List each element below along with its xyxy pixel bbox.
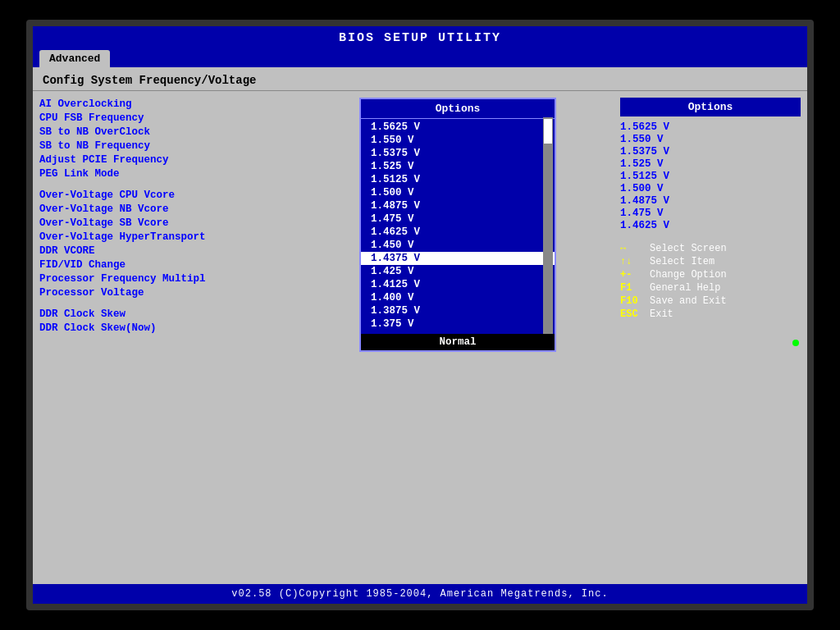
opt-val-1: 1.5625 V (620, 121, 801, 133)
key-esc: ESC (620, 308, 645, 320)
keybind-general-help: F1 General Help (620, 282, 801, 294)
opt-val-8: 1.475 V (620, 208, 801, 219)
dropdown-item-11-selected[interactable]: 1.4375 V (361, 252, 555, 265)
dropdown-item-8[interactable]: 1.475 V (361, 212, 555, 226)
keybind-save-exit: F10 Save and Exit (620, 295, 801, 307)
keybind-select-screen: ↔ Select Screen (620, 243, 801, 254)
dropdown-item-6[interactable]: 1.500 V (361, 186, 555, 199)
keybind-section: ↔ Select Screen ↑↓ Select Item +- Change… (620, 243, 801, 320)
dropdown-item-13[interactable]: 1.4125 V (361, 278, 555, 291)
opt-val-4: 1.525 V (620, 158, 801, 170)
options-panel-header: Options (620, 98, 801, 116)
options-values-list: 1.5625 V 1.550 V 1.5375 V 1.525 V 1.5125… (620, 121, 801, 231)
dropdown-item-7[interactable]: 1.4875 V (361, 199, 555, 212)
section-header: Config System Frequency/Voltage (33, 67, 807, 91)
dropdown-item-15[interactable]: 1.3875 V (361, 304, 555, 317)
dropdown-title: Options (361, 99, 555, 119)
key-desc-select-item: Select Item (650, 256, 714, 267)
dropdown-item-3[interactable]: 1.5375 V (361, 147, 555, 160)
opt-val-6: 1.500 V (620, 183, 801, 194)
dropdown-item-4[interactable]: 1.525 V (361, 160, 555, 173)
dropdown-overlay: Options 1.5625 V 1.550 V 1.5375 V 1.525 … (359, 98, 556, 352)
dropdown-item-12[interactable]: 1.425 V (361, 265, 555, 278)
main-content: Config System Frequency/Voltage AI Overc… (33, 67, 807, 584)
dropdown-item-10[interactable]: 1.450 V (361, 239, 555, 252)
keybind-select-item: ↑↓ Select Item (620, 256, 801, 267)
key-desc-general-help: General Help (650, 282, 720, 294)
dropdown-item-2[interactable]: 1.550 V (361, 134, 555, 147)
key-plus-minus: +- (620, 269, 645, 281)
dropdown-current-value: Normal (361, 334, 555, 350)
dropdown-item-5[interactable]: 1.5125 V (361, 173, 555, 186)
key-f10: F10 (620, 295, 645, 307)
advanced-tab[interactable]: Advanced (39, 50, 110, 67)
green-indicator-dot (792, 340, 799, 346)
opt-val-9: 1.4625 V (620, 220, 801, 231)
left-panel: AI Overclocking CPU FSB Frequency SB to … (39, 98, 614, 581)
footer-text: v02.58 (C)Copyright 1985-2004, American … (231, 588, 608, 600)
monitor: BIOS SETUP UTILITY Advanced Config Syste… (26, 20, 814, 610)
key-desc-esc-exit: Exit (650, 308, 673, 320)
key-desc-select-screen: Select Screen (650, 243, 727, 254)
scrollbar[interactable] (543, 117, 553, 334)
dropdown-item-1[interactable]: 1.5625 V (361, 121, 555, 134)
key-arrows-ud: ↑↓ (620, 256, 645, 267)
keybind-change-option: +- Change Option (620, 269, 801, 281)
content-area: AI Overclocking CPU FSB Frequency SB to … (33, 94, 807, 584)
dropdown-item-9[interactable]: 1.4625 V (361, 226, 555, 239)
title-bar: BIOS SETUP UTILITY (33, 26, 807, 50)
opt-val-5: 1.5125 V (620, 171, 801, 182)
key-f1: F1 (620, 282, 645, 294)
right-panel: Options 1.5625 V 1.550 V 1.5375 V 1.525 … (620, 98, 801, 581)
dropdown-item-16[interactable]: 1.375 V (361, 317, 555, 331)
keybind-esc-exit: ESC Exit (620, 308, 801, 320)
dropdown-item-14[interactable]: 1.400 V (361, 291, 555, 304)
opt-val-3: 1.5375 V (620, 146, 801, 158)
key-desc-save-exit: Save and Exit (650, 295, 727, 307)
key-desc-change-option: Change Option (650, 269, 727, 281)
bios-title: BIOS SETUP UTILITY (339, 31, 501, 45)
tab-bar: Advanced (33, 50, 807, 67)
key-arrows-lr: ↔ (620, 243, 645, 254)
opt-val-2: 1.550 V (620, 134, 801, 145)
opt-val-7: 1.4875 V (620, 195, 801, 207)
dropdown-items[interactable]: 1.5625 V 1.550 V 1.5375 V 1.525 V 1.5125… (361, 119, 555, 332)
footer-bar: v02.58 (C)Copyright 1985-2004, American … (33, 584, 807, 604)
scrollbar-thumb (544, 119, 552, 144)
